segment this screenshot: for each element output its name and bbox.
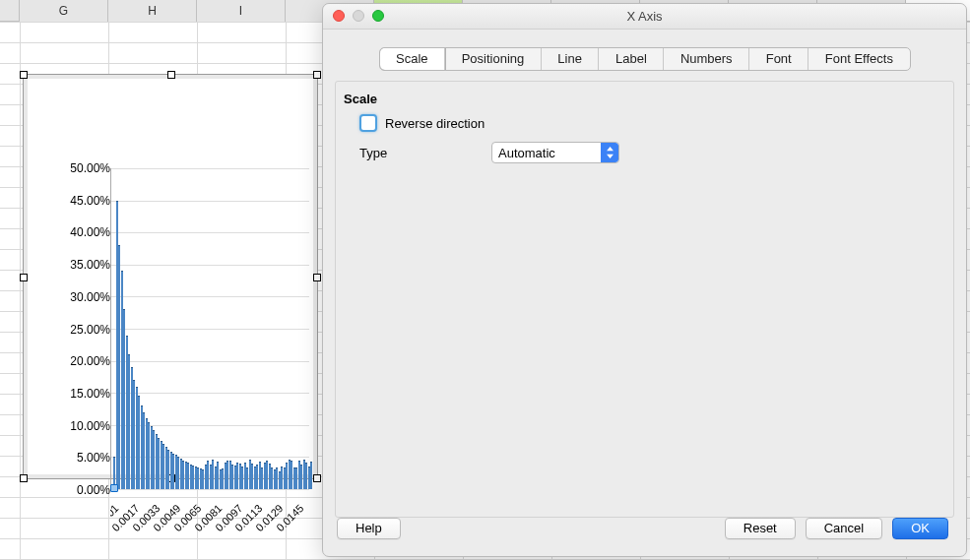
embedded-chart[interactable]: 0.00%5.00%10.00%15.00%20.00%25.00%30.00%… [23, 74, 318, 479]
y-tick-label: 5.00% [56, 451, 110, 465]
y-tick-label: 20.00% [56, 354, 110, 368]
tab-scale[interactable]: Scale [380, 48, 446, 70]
column-header-g[interactable]: G [20, 0, 108, 22]
tab-label[interactable]: Label [599, 48, 664, 70]
x-axis-dialog: X Axis ScalePositioningLineLabelNumbersF… [322, 3, 967, 557]
reverse-direction-label: Reverse direction [385, 116, 485, 131]
scale-panel: Scale Reverse direction Type Automatic [335, 81, 954, 518]
y-tick-label: 30.00% [56, 290, 110, 304]
type-select[interactable]: Automatic [491, 142, 619, 163]
cancel-button[interactable]: Cancel [806, 518, 882, 539]
tab-font[interactable]: Font [749, 48, 808, 70]
tab-line[interactable]: Line [542, 48, 600, 70]
y-tick-label: 15.00% [56, 387, 110, 401]
ok-button[interactable]: OK [892, 518, 948, 539]
dialog-tabstrip: ScalePositioningLineLabelNumbersFontFont… [379, 47, 911, 71]
chart-axis-anchor [110, 484, 118, 492]
zoom-icon[interactable] [372, 10, 384, 22]
dialog-button-row: Help Reset Cancel OK [323, 515, 966, 542]
y-tick-label: 40.00% [56, 225, 110, 239]
window-controls [333, 10, 384, 22]
column-header-h[interactable]: H [108, 0, 197, 22]
y-tick-label: 35.00% [56, 258, 110, 272]
reset-button[interactable]: Reset [725, 518, 796, 539]
type-select-value: Automatic [498, 146, 555, 160]
type-label: Type [344, 146, 491, 160]
reverse-direction-checkbox[interactable] [359, 114, 377, 132]
y-tick-label: 10.00% [56, 419, 110, 433]
chart-y-axis: 0.00%5.00%10.00%15.00%20.00%25.00%30.00%… [56, 168, 110, 490]
y-tick-label: 45.00% [56, 194, 110, 208]
minimize-icon [353, 10, 364, 22]
column-header-i[interactable]: I [197, 0, 286, 22]
y-tick-label: 25.00% [56, 323, 110, 337]
dialog-titlebar[interactable]: X Axis [323, 4, 966, 30]
chart-x-axis: 0.00010.00170.00330.00490.00650.00810.00… [110, 494, 309, 553]
tab-font-effects[interactable]: Font Effects [808, 48, 909, 70]
dialog-title: X Axis [626, 9, 662, 24]
help-button[interactable]: Help [337, 518, 401, 539]
section-heading-scale: Scale [344, 92, 943, 106]
close-icon[interactable] [333, 10, 345, 22]
y-tick-label: 50.00% [56, 161, 110, 175]
chart-plot-area [110, 168, 309, 490]
dropdown-arrow-icon [601, 143, 618, 162]
tab-numbers[interactable]: Numbers [664, 48, 749, 70]
y-tick-label: 0.00% [56, 483, 110, 497]
tab-positioning[interactable]: Positioning [445, 48, 542, 70]
